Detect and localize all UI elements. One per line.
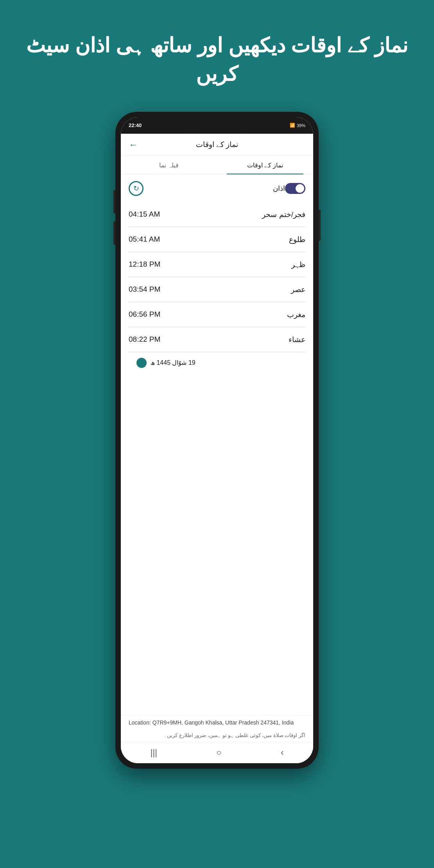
date-dot bbox=[136, 358, 147, 368]
nav-home-icon[interactable]: ○ bbox=[216, 748, 221, 758]
prayer-row-asr: عصر 03:54 PM bbox=[129, 277, 305, 302]
nav-menu-icon[interactable]: ||| bbox=[151, 748, 157, 758]
prayer-time-isha: 08:22 PM bbox=[129, 335, 160, 344]
app-title: نماز کے اوقات bbox=[196, 140, 239, 149]
battery-icon: 39% bbox=[297, 123, 305, 128]
tab-bar: نماز کے اوقات قبلہ نما bbox=[121, 156, 313, 175]
refresh-button[interactable]: ↻ bbox=[129, 181, 143, 196]
phone-screen: 22:40 📶 39% ← نماز کے اوقات نماز کے او bbox=[121, 117, 313, 763]
phone-outer-shell: 22:40 📶 39% ← نماز کے اوقات نماز کے او bbox=[115, 112, 319, 769]
date-row: 19 شوّال 1445 ھ bbox=[129, 352, 305, 373]
adhan-toggle[interactable] bbox=[285, 183, 305, 194]
prayer-name-asr: عصر bbox=[291, 285, 305, 294]
prayer-time-asr: 03:54 PM bbox=[129, 285, 160, 294]
tab-qibla[interactable]: قبلہ نما bbox=[121, 156, 217, 174]
prayer-list: فجر/ختم سحر 04:15 AM طلوع 05:41 AM ظہر 1… bbox=[121, 202, 313, 716]
toggle-knob bbox=[296, 184, 304, 193]
power-button bbox=[319, 210, 321, 241]
prayer-row-dhuhr: ظہر 12:18 PM bbox=[129, 252, 305, 277]
prayer-name-maghrib: مغرب bbox=[287, 310, 305, 319]
back-button[interactable]: ← bbox=[129, 139, 138, 150]
phone-mockup: 22:40 📶 39% ← نماز کے اوقات نماز کے او bbox=[115, 112, 319, 769]
prayer-name-fajr: فجر/ختم سحر bbox=[262, 210, 305, 219]
status-icons: 📶 39% bbox=[290, 123, 305, 128]
prayer-time-fajr: 04:15 AM bbox=[129, 210, 160, 219]
prayer-time-dhuhr: 12:18 PM bbox=[129, 260, 160, 269]
status-time: 22:40 bbox=[129, 122, 142, 128]
prayer-row-sunrise: طلوع 05:41 AM bbox=[129, 227, 305, 252]
app-content: ← نماز کے اوقات نماز کے اوقات قبلہ نما bbox=[121, 134, 313, 763]
prayer-row-maghrib: مغرب 06:56 PM bbox=[129, 302, 305, 327]
bottom-nav: ||| ○ ‹ bbox=[121, 742, 313, 763]
tab-prayer-times[interactable]: نماز کے اوقات bbox=[217, 156, 313, 174]
prayer-time-sunrise: 05:41 AM bbox=[129, 235, 160, 244]
adhan-label: اذان bbox=[273, 184, 285, 193]
phone-notch bbox=[186, 123, 248, 134]
prayer-time-maghrib: 06:56 PM bbox=[129, 310, 160, 319]
adhan-row: اذان ↻ bbox=[121, 175, 313, 202]
prayer-row-fajr: فجر/ختم سحر 04:15 AM bbox=[129, 202, 305, 227]
prayer-name-isha: عشاء bbox=[289, 335, 305, 344]
signal-icon: 📶 bbox=[290, 123, 295, 128]
page-header-text: نماز کے اوقات دیکھیں اور ساتھ ہی اذان سی… bbox=[0, 31, 434, 88]
app-header: ← نماز کے اوقات bbox=[121, 134, 313, 156]
prayer-name-dhuhr: ظہر bbox=[291, 260, 305, 269]
prayer-row-isha: عشاء 08:22 PM bbox=[129, 327, 305, 352]
hijri-date: 19 شوّال 1445 ھ bbox=[151, 359, 195, 366]
location-text: Location: Q7R9+9MH, Gangoh Khalsa, Uttar… bbox=[121, 715, 313, 729]
nav-back-icon[interactable]: ‹ bbox=[281, 748, 283, 758]
prayer-name-sunrise: طلوع bbox=[289, 235, 305, 244]
note-text: اگر اوقات صلاة میں، کوئی غلطی ہو تو ہمیں… bbox=[121, 729, 313, 742]
adhan-controls bbox=[285, 183, 305, 194]
